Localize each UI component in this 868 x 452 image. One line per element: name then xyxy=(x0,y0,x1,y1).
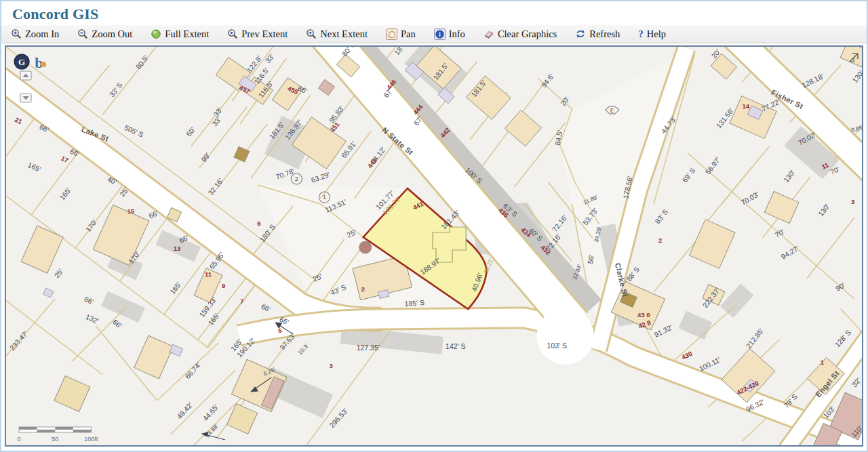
prev-extent-button[interactable]: Prev Extent xyxy=(227,28,288,40)
full-extent-button[interactable]: Full Extent xyxy=(151,28,209,40)
scale-tick-50: 50 xyxy=(52,436,58,443)
city-badge-letter: E xyxy=(610,107,614,114)
toolbar-label: Clear Graphics xyxy=(498,28,557,40)
refresh-icon xyxy=(575,28,586,39)
toolbar-label: Zoom In xyxy=(25,28,59,40)
pan-button[interactable]: Pan xyxy=(386,28,416,40)
info-icon xyxy=(434,28,446,40)
toolbar-label: Zoom Out xyxy=(92,28,132,40)
toolbar-label: Prev Extent xyxy=(241,28,288,40)
refresh-button[interactable]: Refresh xyxy=(575,28,620,40)
scale-tick-100: 100ft xyxy=(84,436,98,443)
scale-bar: 0 50 100ft xyxy=(14,422,100,445)
page-title: Concord GIS xyxy=(12,5,99,22)
zoom-in-icon xyxy=(11,28,22,39)
app-header: Concord GIS xyxy=(1,1,867,24)
question-icon: ? xyxy=(638,28,644,40)
hand-icon xyxy=(386,28,397,40)
zoom-in-button[interactable]: Zoom In xyxy=(11,28,59,40)
magnifier-next-icon xyxy=(306,28,317,39)
clear-graphics-button[interactable]: Clear Graphics xyxy=(484,28,557,40)
scale-tick-0: 0 xyxy=(18,436,21,443)
toolbar-label: Help xyxy=(647,28,666,40)
eraser-icon xyxy=(484,28,494,39)
toolbar-label: Full Extent xyxy=(165,28,209,40)
next-extent-button[interactable]: Next Extent xyxy=(306,28,368,40)
toolbar-label: Refresh xyxy=(589,28,620,40)
zoom-out-icon xyxy=(77,28,88,39)
map-viewport[interactable]: Lake StN State StFisher StClarke StEngel… xyxy=(5,45,863,447)
globe-icon xyxy=(151,28,161,39)
magnifier-prev-icon xyxy=(227,28,238,39)
toolbar: Zoom In Zoom Out Full Extent Prev Extent… xyxy=(1,24,867,43)
info-button[interactable]: Info xyxy=(434,28,465,40)
help-button[interactable]: ? Help xyxy=(638,28,666,40)
google-maps-glyph: G xyxy=(18,57,25,67)
toolbar-label: Info xyxy=(449,28,465,40)
app-window: Concord GIS Zoom In Zoom Out Full Extent… xyxy=(0,0,868,452)
bing-maps-dot xyxy=(41,62,46,67)
zoom-out-button[interactable]: Zoom Out xyxy=(77,28,132,40)
toolbar-label: Next Extent xyxy=(320,28,368,40)
map-canvas[interactable]: Lake StN State StFisher StClarke StEngel… xyxy=(6,47,862,445)
toolbar-label: Pan xyxy=(401,28,416,40)
